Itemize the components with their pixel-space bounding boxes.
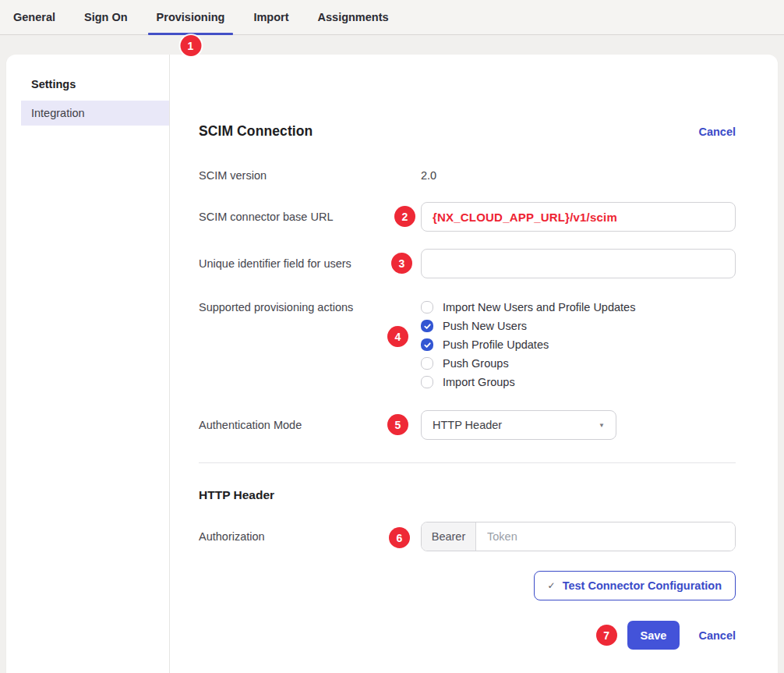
scim-version-row: SCIM version 2.0 (199, 168, 736, 182)
checkmark-icon (423, 341, 432, 349)
checkmark-icon (423, 322, 432, 331)
footer-actions: 7 Save Cancel (199, 621, 736, 650)
authorization-row: Authorization 6 Bearer (199, 522, 736, 551)
unique-identifier-input[interactable] (421, 249, 736, 278)
checkbox-checked-icon[interactable] (421, 338, 433, 351)
tab-provisioning[interactable]: Provisioning 1 (148, 0, 234, 34)
base-url-label: SCIM connector base URL (199, 211, 421, 223)
cancel-link-top[interactable]: Cancel (698, 126, 736, 138)
checkbox-import-groups[interactable]: Import Groups (421, 376, 736, 388)
page-title: SCIM Connection (199, 123, 313, 140)
test-connector-button[interactable]: ✓ Test Connector Configuration (534, 571, 736, 600)
sidebar-heading-settings: Settings (6, 78, 169, 101)
chevron-down-icon: ▼ (599, 422, 605, 429)
step-badge-5: 5 (387, 414, 408, 435)
sidebar-item-integration[interactable]: Integration (21, 101, 169, 126)
tab-general[interactable]: General (5, 0, 64, 34)
provisioning-actions-group: Import New Users and Profile Updates Pus… (421, 300, 736, 388)
tab-import[interactable]: Import (245, 0, 297, 34)
section-divider (199, 462, 736, 463)
authentication-mode-value: HTTP Header (433, 419, 502, 431)
test-connector-label: Test Connector Configuration (563, 579, 722, 592)
base-url-input[interactable] (421, 202, 736, 232)
step-badge-7: 7 (596, 625, 617, 646)
provisioning-actions-label: Supported provisioning actions (199, 300, 421, 313)
tab-sign-on[interactable]: Sign On (76, 0, 136, 34)
save-button[interactable]: Save (627, 621, 680, 650)
scim-version-value: 2.0 (421, 169, 436, 182)
scim-version-label: SCIM version (199, 169, 421, 182)
scim-connection-panel: SCIM Connection Cancel SCIM version 2.0 … (170, 55, 778, 673)
checkbox-push-new-users[interactable]: Push New Users (421, 320, 736, 332)
unique-identifier-row: Unique identifier field for users 3 (199, 249, 736, 278)
tab-provisioning-label: Provisioning (157, 11, 225, 23)
checkbox-unchecked-icon[interactable] (421, 357, 433, 370)
step-badge-4: 4 (387, 326, 408, 347)
authentication-mode-select[interactable]: HTTP Header ▼ (421, 410, 616, 440)
token-input[interactable] (476, 522, 735, 551)
tab-assignments[interactable]: Assignments (309, 0, 397, 34)
checkbox-import-new-users[interactable]: Import New Users and Profile Updates (421, 301, 736, 313)
provisioning-actions-row: Supported provisioning actions 4 Import … (199, 300, 736, 388)
checkbox-checked-icon[interactable] (421, 320, 433, 332)
step-badge-1: 1 (180, 35, 201, 56)
authorization-input-group: Bearer (421, 522, 736, 551)
http-header-section-title: HTTP Header (199, 488, 736, 502)
step-badge-6: 6 (389, 527, 410, 548)
panel-header: SCIM Connection Cancel (199, 123, 736, 140)
bearer-prefix: Bearer (422, 522, 476, 551)
test-connector-row: ✓ Test Connector Configuration (199, 571, 736, 600)
checkbox-unchecked-icon[interactable] (421, 301, 433, 313)
unique-identifier-label: Unique identifier field for users (199, 257, 421, 270)
checkbox-push-profile-updates[interactable]: Push Profile Updates (421, 338, 736, 351)
check-icon: ✓ (548, 580, 556, 591)
base-url-row: SCIM connector base URL 2 (199, 202, 736, 232)
tab-bar: General Sign On Provisioning 1 Import As… (0, 0, 784, 35)
authorization-label: Authorization (199, 530, 421, 543)
sidebar: Settings Integration (6, 55, 170, 673)
checkbox-unchecked-icon[interactable] (421, 376, 433, 388)
checkbox-push-groups[interactable]: Push Groups (421, 357, 736, 370)
authentication-mode-row: Authentication Mode 5 HTTP Header ▼ (199, 410, 736, 440)
step-badge-2: 2 (394, 206, 415, 227)
cancel-link-bottom[interactable]: Cancel (698, 629, 736, 642)
content-card: Settings Integration SCIM Connection Can… (6, 55, 778, 673)
step-badge-3: 3 (391, 253, 412, 274)
